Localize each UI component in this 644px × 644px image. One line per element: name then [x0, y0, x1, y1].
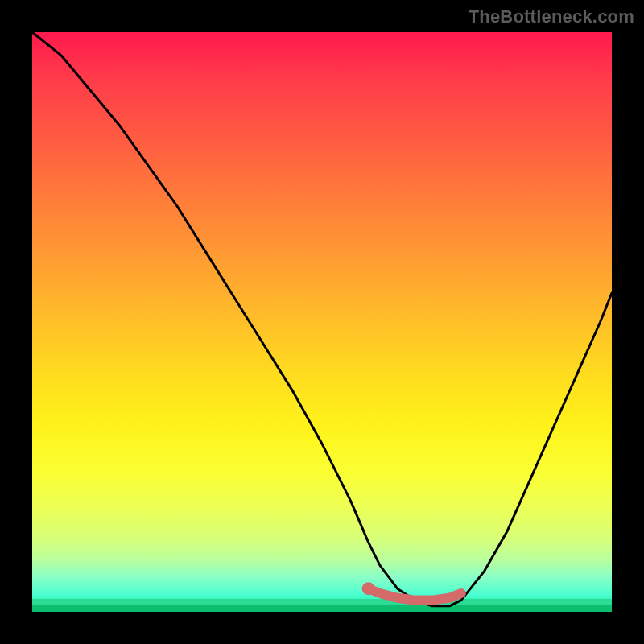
chart-frame: TheBottleneck.com — [0, 0, 644, 644]
plot-area — [32, 32, 612, 612]
watermark-text: TheBottleneck.com — [469, 6, 634, 27]
highlight-segment — [369, 588, 461, 600]
chart-svg — [32, 32, 612, 612]
highlight-dot — [362, 582, 375, 595]
bottleneck-curve — [32, 32, 612, 606]
